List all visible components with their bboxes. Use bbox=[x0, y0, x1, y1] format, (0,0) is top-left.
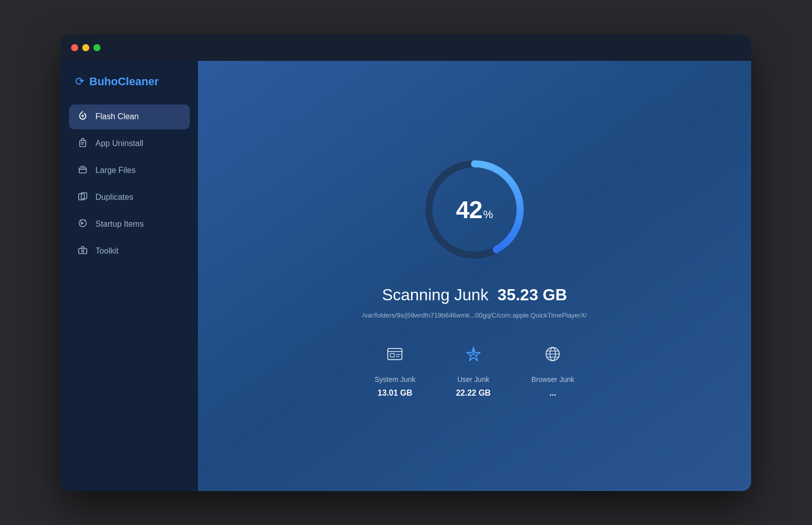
scan-title-prefix: Scanning Junk bbox=[382, 286, 489, 304]
svg-rect-8 bbox=[390, 354, 394, 357]
app-window: ⟳ BuhoCleaner Flash Clean bbox=[61, 34, 751, 491]
maximize-button[interactable] bbox=[93, 44, 100, 51]
scan-size: 35.23 GB bbox=[497, 286, 567, 304]
sidebar-item-toolkit[interactable]: Toolkit bbox=[69, 239, 190, 264]
sidebar-item-large-files[interactable]: Large Files bbox=[69, 158, 190, 183]
duplicates-label: Duplicates bbox=[95, 193, 133, 202]
app-uninstall-icon bbox=[77, 137, 88, 150]
browser-junk-value: ... bbox=[550, 389, 556, 398]
system-junk-value: 13.01 GB bbox=[378, 389, 412, 398]
svg-rect-5 bbox=[79, 249, 87, 254]
sidebar-item-startup-items[interactable]: Startup Items bbox=[69, 212, 190, 237]
startup-items-label: Startup Items bbox=[95, 220, 144, 229]
category-user-junk: User Junk 22.22 GB bbox=[456, 344, 490, 398]
progress-number: 42 bbox=[456, 196, 482, 224]
category-system-junk: System Junk 13.01 GB bbox=[375, 344, 415, 398]
browser-junk-icon bbox=[543, 344, 562, 368]
startup-items-icon bbox=[77, 218, 88, 231]
svg-rect-6 bbox=[82, 250, 84, 252]
flash-clean-label: Flash Clean bbox=[95, 112, 139, 121]
user-junk-value: 22.22 GB bbox=[456, 389, 490, 398]
sidebar-item-duplicates[interactable]: Duplicates bbox=[69, 185, 190, 210]
nav-items: Flash Clean App Uninstall bbox=[61, 104, 198, 264]
scan-title: Scanning Junk 35.23 GB bbox=[382, 286, 567, 304]
user-junk-icon bbox=[464, 344, 483, 368]
flash-clean-icon bbox=[77, 111, 88, 123]
traffic-lights bbox=[71, 44, 100, 51]
svg-rect-7 bbox=[388, 348, 402, 360]
titlebar bbox=[61, 34, 751, 61]
large-files-icon bbox=[77, 164, 88, 177]
main-content: 42 % Scanning Junk 35.23 GB /var/folders… bbox=[198, 61, 751, 491]
browser-junk-label: Browser Junk bbox=[531, 375, 574, 383]
progress-percent-symbol: % bbox=[483, 208, 493, 221]
progress-ring-container: 42 % bbox=[419, 154, 530, 265]
close-button[interactable] bbox=[71, 44, 78, 51]
duplicates-icon bbox=[77, 191, 88, 204]
system-junk-label: System Junk bbox=[375, 375, 415, 383]
system-junk-icon bbox=[385, 344, 404, 368]
sidebar: ⟳ BuhoCleaner Flash Clean bbox=[61, 61, 198, 491]
brand: ⟳ BuhoCleaner bbox=[61, 75, 198, 104]
sidebar-item-flash-clean[interactable]: Flash Clean bbox=[69, 104, 190, 129]
user-junk-label: User Junk bbox=[457, 375, 489, 383]
brand-icon: ⟳ bbox=[75, 75, 84, 88]
app-uninstall-label: App Uninstall bbox=[95, 139, 143, 148]
svg-rect-0 bbox=[80, 141, 86, 147]
app-body: ⟳ BuhoCleaner Flash Clean bbox=[61, 61, 751, 491]
categories: System Junk 13.01 GB User Junk 22.22 GB bbox=[375, 344, 574, 398]
toolkit-icon bbox=[77, 245, 88, 258]
scan-path: /var/folders/9s/j59wrdfn719b646wmk...00g… bbox=[362, 311, 587, 319]
progress-text: 42 % bbox=[456, 196, 493, 224]
brand-name: BuhoCleaner bbox=[89, 75, 159, 88]
svg-rect-1 bbox=[79, 168, 86, 173]
large-files-label: Large Files bbox=[95, 166, 136, 175]
minimize-button[interactable] bbox=[82, 44, 89, 51]
category-browser-junk: Browser Junk ... bbox=[531, 344, 574, 398]
toolkit-label: Toolkit bbox=[95, 247, 118, 256]
sidebar-item-app-uninstall[interactable]: App Uninstall bbox=[69, 131, 190, 156]
